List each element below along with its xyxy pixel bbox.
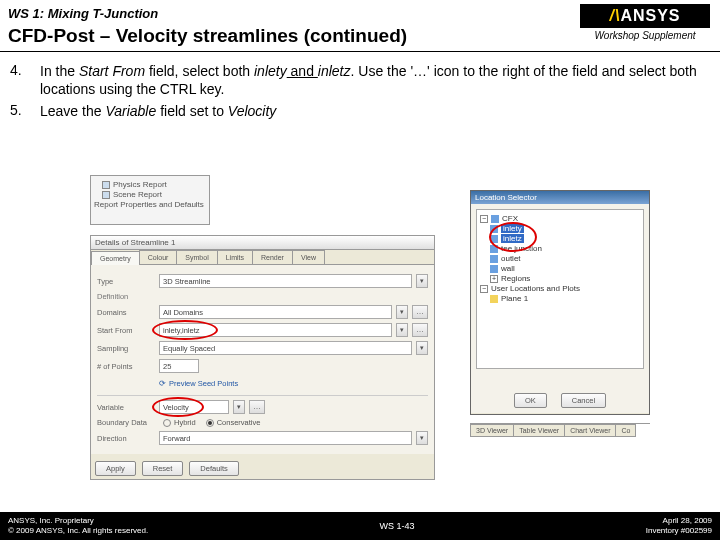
details-panel: Details of Streamline 1 Geometry Colour …	[90, 235, 435, 480]
tab-symbol[interactable]: Symbol	[176, 250, 217, 264]
dropdown-icon[interactable]: ▾	[396, 305, 408, 319]
dropdown-icon[interactable]: ▾	[416, 431, 428, 445]
tab-render[interactable]: Render	[252, 250, 293, 264]
variable-label: Variable	[97, 403, 155, 412]
form: Type 3D Streamline ▾ Definition Domains …	[91, 265, 434, 454]
boundary-data-label: Boundary Data	[97, 418, 155, 427]
hybrid-radio[interactable]: Hybrid	[163, 418, 196, 427]
conservative-radio[interactable]: Conservative	[206, 418, 261, 427]
tab-geometry[interactable]: Geometry	[91, 251, 140, 265]
separator	[97, 395, 428, 396]
tab-chart-viewer[interactable]: Chart Viewer	[564, 424, 616, 437]
dropdown-icon[interactable]: ▾	[416, 274, 428, 288]
divider	[0, 51, 720, 52]
tree-regions[interactable]: +Regions	[480, 274, 640, 283]
boundary-icon	[490, 245, 498, 253]
startfrom-label: Start From	[97, 326, 155, 335]
collapse-icon[interactable]: −	[480, 285, 488, 293]
step-4: 4. In the Start From field, select both …	[10, 62, 700, 98]
tree-item[interactable]: Scene Report	[102, 190, 206, 199]
tab-3d-viewer[interactable]: 3D Viewer	[470, 424, 514, 437]
step-5: 5. Leave the Variable field set to Veloc…	[10, 102, 700, 120]
sampling-select[interactable]: Equally Spaced	[159, 341, 412, 355]
viewer-tabs: 3D Viewer Table Viewer Chart Viewer Co	[470, 423, 650, 437]
ellipsis-button[interactable]: …	[412, 305, 428, 319]
boundary-icon	[490, 235, 498, 243]
tab-colour[interactable]: Colour	[139, 250, 178, 264]
boundary-icon	[490, 255, 498, 263]
expand-icon[interactable]: +	[490, 275, 498, 283]
tree-item[interactable]: Report Properties and Defaults	[94, 200, 206, 209]
checkbox-icon[interactable]	[102, 181, 110, 189]
tree-item[interactable]: tee junction	[480, 244, 640, 253]
dropdown-icon[interactable]: ▾	[416, 341, 428, 355]
footer: ANSYS, Inc. Proprietary © 2009 ANSYS, In…	[0, 512, 720, 540]
ellipsis-button[interactable]: …	[412, 323, 428, 337]
tree-item-plane[interactable]: Plane 1	[480, 294, 640, 303]
boundary-icon	[490, 225, 498, 233]
tree-root[interactable]: −CFX	[480, 214, 640, 223]
tab-view[interactable]: View	[292, 250, 325, 264]
dialog-title: Location Selector	[471, 191, 649, 204]
dropdown-icon[interactable]: ▾	[396, 323, 408, 337]
instructions: 4. In the Start From field, select both …	[0, 58, 720, 121]
domains-label: Domains	[97, 308, 155, 317]
dropdown-icon[interactable]: ▾	[233, 400, 245, 414]
domain-icon	[491, 215, 499, 223]
radio-icon	[206, 419, 214, 427]
definition-label: Definition	[97, 292, 428, 301]
tree-item[interactable]: wall	[480, 264, 640, 273]
tabs: Geometry Colour Symbol Limits Render Vie…	[91, 250, 434, 265]
ellipsis-button[interactable]: …	[249, 400, 265, 414]
boundary-icon	[490, 265, 498, 273]
startfrom-input[interactable]: inlety,inletz	[159, 323, 392, 337]
tree-item-inletz[interactable]: inletz	[480, 234, 640, 243]
sampling-label: Sampling	[97, 344, 155, 353]
reset-button[interactable]: Reset	[142, 461, 184, 476]
refresh-icon: ⟳	[159, 379, 166, 388]
direction-label: Direction	[97, 434, 155, 443]
location-tree[interactable]: −CFX inlety inletz tee junction outlet w…	[476, 209, 644, 369]
outline-tree[interactable]: Physics Report Scene Report Report Prope…	[90, 175, 210, 225]
details-title: Details of Streamline 1	[91, 236, 434, 250]
ok-button[interactable]: OK	[514, 393, 547, 408]
apply-button[interactable]: Apply	[95, 461, 136, 476]
tab-comment[interactable]: Co	[615, 424, 636, 437]
plane-icon	[490, 295, 498, 303]
preview-link[interactable]: ⟳Preview Seed Points	[97, 377, 428, 392]
defaults-button[interactable]: Defaults	[189, 461, 239, 476]
footer-left: ANSYS, Inc. Proprietary © 2009 ANSYS, In…	[8, 516, 148, 535]
type-label: Type	[97, 277, 155, 286]
boundary-data-radios: Hybrid Conservative	[159, 418, 260, 427]
type-select[interactable]: 3D Streamline	[159, 274, 412, 288]
checkbox-icon[interactable]	[102, 191, 110, 199]
step-number: 5.	[10, 102, 40, 120]
tree-item[interactable]: outlet	[480, 254, 640, 263]
collapse-icon[interactable]: −	[480, 215, 488, 223]
domains-select[interactable]: All Domains	[159, 305, 392, 319]
tree-item[interactable]: Physics Report	[102, 180, 206, 189]
step-number: 4.	[10, 62, 40, 98]
step-text: Leave the Variable field set to Velocity	[40, 102, 700, 120]
numpoints-input[interactable]: 25	[159, 359, 199, 373]
radio-icon	[163, 419, 171, 427]
location-selector-dialog: Location Selector −CFX inlety inletz tee…	[470, 190, 650, 415]
footer-right: April 28, 2009 Inventory #002599	[646, 516, 712, 535]
cancel-button[interactable]: Cancel	[561, 393, 606, 408]
tree-user-locations[interactable]: −User Locations and Plots	[480, 284, 640, 293]
tab-limits[interactable]: Limits	[217, 250, 253, 264]
supplement-label: Workshop Supplement	[580, 28, 710, 41]
step-text: In the Start From field, select both inl…	[40, 62, 700, 98]
ansys-logo: /\ANSYS	[580, 4, 710, 28]
screenshot: Physics Report Scene Report Report Prope…	[90, 175, 650, 485]
variable-select[interactable]: Velocity	[159, 400, 229, 414]
numpoints-label: # of Points	[97, 362, 155, 371]
logo-block: /\ANSYS Workshop Supplement	[580, 4, 710, 41]
direction-select[interactable]: Forward	[159, 431, 412, 445]
tab-table-viewer[interactable]: Table Viewer	[513, 424, 565, 437]
tree-item-inlety[interactable]: inlety	[480, 224, 640, 233]
footer-center: WS 1-43	[379, 521, 414, 531]
